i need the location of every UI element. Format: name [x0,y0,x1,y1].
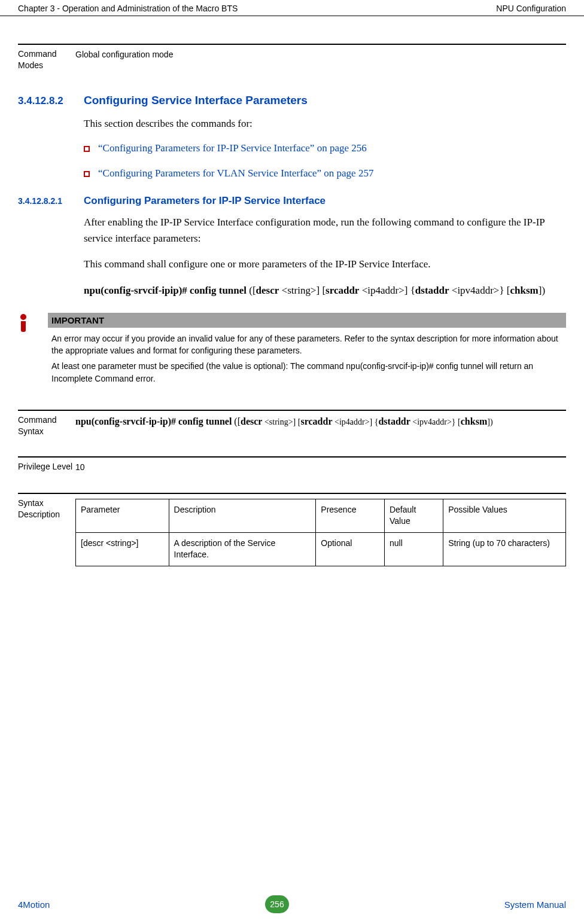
section-intro: This section describes the commands for: [84,115,566,132]
command-syntax-label: Command Syntax [18,414,75,437]
bullet-link[interactable]: “Configuring Parameters for IP-IP Servic… [98,142,367,154]
th-default: Default Value [384,499,443,532]
important-title: IMPORTANT [48,313,566,328]
cmd-descr-arg: <string>] [ [279,285,326,296]
syntax-dstaddr: dstaddr [378,416,410,426]
th-presence: Presence [316,499,385,532]
cmd-prefix: npu(config-srvcif-ipip)# config tunnel [84,285,247,296]
command-line: npu(config-srvcif-ipip)# config tunnel (… [84,282,566,298]
syntax-descr: descr [241,416,262,426]
cmd-open: ([ [247,285,256,296]
bullet-icon [84,171,90,177]
cmd-dstaddr: dstaddr [415,285,449,296]
syntax-description-content: Parameter Description Presence Default V… [75,498,566,566]
table-row: [descr <string>] A description of the Se… [76,532,566,566]
footer-right: System Manual [504,899,566,910]
th-parameter: Parameter [76,499,169,532]
page-content: Command Modes Global configuration mode … [0,16,584,566]
th-description: Description [169,499,316,532]
important-callout: IMPORTANT An error may occur if you prov… [18,313,566,388]
command-modes-label: Command Modes [18,48,75,71]
page-number-badge: 256 [265,895,289,913]
header-right: NPU Configuration [496,4,566,13]
bullet-icon [84,146,90,152]
subsection-body: After enabling the IP-IP Service Interfa… [84,214,566,298]
td-presence: Optional [316,532,385,566]
syntax-dstaddr-arg: <ipv4addr>} [ [410,417,461,426]
subsection-para1: After enabling the IP-IP Service Interfa… [84,214,566,246]
cmd-close: ]) [539,285,545,296]
td-param: [descr <string>] [76,532,169,566]
info-icon [18,314,29,332]
cmd-srcaddr-arg: <ip4addr>] { [359,285,415,296]
subsection-heading: 3.4.12.8.2.1 Configuring Parameters for … [18,195,566,207]
command-modes-block: Command Modes Global configuration mode [18,44,566,71]
subsection-para2: This command shall configure one or more… [84,256,566,272]
syntax-open: ([ [232,416,241,426]
header-left: Chapter 3 - Operation and Administration… [18,4,238,13]
privilege-level-label: Privilege Level [18,461,75,472]
command-modes-value: Global configuration mode [75,48,566,61]
td-default: null [384,532,443,566]
td-possible: String (up to 70 characters) [443,532,566,566]
command-syntax-block: Command Syntax npu(config-srvcif-ip-ip)#… [18,410,566,437]
subsection-number: 3.4.12.8.2.1 [18,196,84,206]
footer-left: 4Motion [18,899,50,910]
cmd-chksm: chksm [510,285,538,296]
section-title: Configuring Service Interface Parameters [84,94,308,107]
section-heading: 3.4.12.8.2 Configuring Service Interface… [18,94,566,107]
privilege-level-value: 10 [75,461,566,474]
privilege-level-block: Privilege Level 10 [18,456,566,474]
cmd-descr: descr [256,285,279,296]
syntax-srcaddr: srcaddr [300,416,332,426]
syntax-srcaddr-arg: <ip4addr>] { [333,417,379,426]
important-icon-col [18,313,48,388]
subsection-title: Configuring Parameters for IP-IP Service… [84,195,326,207]
syntax-description-block: Syntax Description Parameter Description… [18,493,566,566]
cmd-dstaddr-arg: <ipv4addr>} [ [449,285,510,296]
syntax-chksm: chksm [461,416,487,426]
important-p1: An error may occur if you provide an inv… [48,333,566,357]
bullet-link[interactable]: “Configuring Parameters for VLAN Service… [98,167,373,179]
td-desc: A description of the Service Interface. [169,532,316,566]
section-body: This section describes the commands for:… [84,115,566,179]
syntax-prefix: npu(config-srvcif-ip-ip)# config tunnel [75,416,232,426]
table-header-row: Parameter Description Presence Default V… [76,499,566,532]
bullet-list: “Configuring Parameters for IP-IP Servic… [84,142,566,179]
syntax-descr-arg: <string>] [ [262,417,300,426]
page-footer: 4Motion 256 System Manual [18,895,566,913]
th-possible: Possible Values [443,499,566,532]
important-p2: At least one parameter must be specified… [48,360,566,385]
important-body: IMPORTANT An error may occur if you prov… [48,313,566,388]
list-item: “Configuring Parameters for IP-IP Servic… [84,142,566,154]
command-syntax-value: npu(config-srvcif-ip-ip)# config tunnel … [75,414,566,429]
page-header: Chapter 3 - Operation and Administration… [0,0,584,16]
cmd-srcaddr: srcaddr [326,285,359,296]
syntax-table: Parameter Description Presence Default V… [75,499,566,566]
syntax-close: ]) [487,417,492,426]
list-item: “Configuring Parameters for VLAN Service… [84,167,566,179]
syntax-description-label: Syntax Description [18,498,75,520]
section-number: 3.4.12.8.2 [18,95,84,107]
